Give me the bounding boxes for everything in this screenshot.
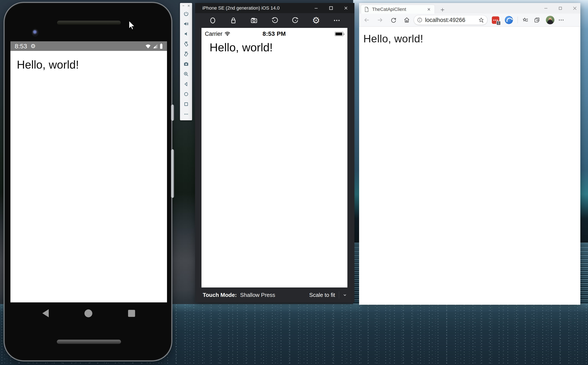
blue-globe-extension-icon[interactable] [505,16,513,24]
extension-badge: 1 [496,21,501,25]
android-overview-button[interactable] [128,310,135,317]
status-time: 8:53 [15,42,27,50]
browser-window: TheCatApiClient [359,3,580,305]
close-icon[interactable] [344,6,348,10]
ios-status-bar: Carrier 8:53 PM [202,28,347,37]
android-nav-bar [10,304,167,322]
ios-greeting-text: Hello, world! [202,37,347,54]
back-icon[interactable] [363,16,371,24]
favorites-bar-icon[interactable] [521,16,530,24]
android-emulator-window: 8:53 ⚙ Hello, world! [4,2,172,361]
bottom-speaker [57,340,121,344]
rotate-left-icon[interactable] [182,40,190,48]
close-icon[interactable] [573,6,577,10]
earpiece-speaker [57,21,121,25]
add-favorite-star-icon[interactable] [478,17,484,23]
front-camera [32,29,39,36]
browser-page[interactable]: Hello, world! [359,27,580,304]
toolbar-minimize-icon[interactable] [182,4,185,8]
rotate-right-icon[interactable] [291,16,300,25]
back-icon[interactable] [182,80,190,88]
battery-icon [335,32,344,36]
password-manager-extension-icon[interactable]: 1 [492,16,499,24]
toolbar-close-icon[interactable] [187,4,190,8]
simulator-title-bar: iPhone SE (2nd generation) iOS 14.0 [195,3,354,13]
simulator-bottom-bar: Touch Mode: Shallow Press Scale to fit [195,288,354,302]
ios-screen[interactable]: Carrier 8:53 PM Hello, world! [202,28,347,288]
zoom-icon[interactable] [182,70,190,78]
wifi-icon [145,44,151,49]
more-icon[interactable] [182,111,190,118]
lock-icon[interactable] [229,16,238,25]
power-hardware-button[interactable] [171,105,174,121]
screenshot-camera-icon[interactable] [182,60,190,68]
ios-simulator-window: iPhone SE (2nd generation) iOS 14.0 [195,3,354,302]
tab-strip: TheCatApiClient [359,3,580,14]
desktop: { "android_emulator": { "status_bar": { … [0,0,588,365]
tab-close-icon[interactable] [426,7,432,12]
new-tab-icon[interactable] [439,6,446,14]
simulator-toolbar: ⚙ [195,13,354,28]
more-icon[interactable] [332,16,341,25]
collections-icon[interactable] [533,16,541,24]
volume-hardware-button[interactable] [171,149,174,198]
maximize-icon[interactable] [329,6,333,10]
address-bar[interactable]: localhost:49266 [414,15,487,25]
settings-notification-icon: ⚙ [30,43,35,49]
home-icon[interactable] [182,91,190,98]
android-status-bar: 8:53 ⚙ [10,41,167,51]
android-greeting-text: Hello, world! [10,51,167,71]
scale-mode-dropdown[interactable]: Scale to fit [309,291,347,299]
android-screen[interactable]: 8:53 ⚙ Hello, world! [10,41,167,302]
browser-toolbar: localhost:49266 1 [359,14,580,27]
cell-signal-icon [153,44,158,49]
power-icon[interactable] [182,10,190,17]
rotate-right-icon[interactable] [182,50,190,57]
status-time: 8:53 PM [251,30,297,37]
carrier-label: Carrier [205,31,223,37]
emulator-toolbar [180,3,192,120]
tab-title: TheCatApiClient [372,7,426,12]
forward-icon[interactable] [376,16,384,24]
screenshot-camera-icon[interactable] [250,16,258,25]
site-info-icon[interactable] [417,17,422,23]
touch-mode-label: Touch Mode: [203,292,237,298]
profile-avatar[interactable] [546,16,554,24]
battery-icon [160,43,163,49]
rotate-left-icon[interactable] [270,16,279,25]
settings-more-icon[interactable] [557,16,565,24]
minimize-icon[interactable] [314,6,318,10]
wifi-icon [225,32,230,36]
window-title: iPhone SE (2nd generation) iOS 14.0 [202,5,279,11]
tab-thecatapiclient[interactable]: TheCatApiClient [361,5,435,14]
android-home-button[interactable] [84,309,92,317]
refresh-icon[interactable] [389,16,398,24]
url-text[interactable]: localhost:49266 [425,17,478,23]
page-document-icon [364,7,369,12]
touch-mode-value: Shallow Press [240,292,275,298]
mouse-cursor [129,21,136,31]
home-icon[interactable] [208,16,217,25]
maximize-icon[interactable] [558,6,562,10]
overview-icon[interactable] [182,100,190,108]
page-greeting-text: Hello, world! [359,27,580,45]
volume-down-icon[interactable] [182,30,190,37]
chevron-down-icon [343,293,347,297]
volume-up-icon[interactable] [182,20,190,28]
android-back-button[interactable] [42,309,49,317]
home-icon[interactable] [403,16,411,24]
settings-gear-icon[interactable]: ⚙ [312,16,321,25]
minimize-icon[interactable] [544,6,548,10]
